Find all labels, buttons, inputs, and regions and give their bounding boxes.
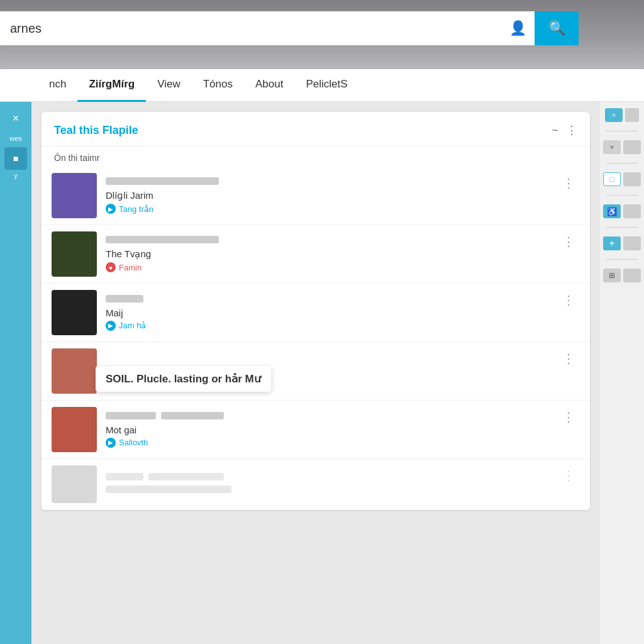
card-more-button[interactable]: ⋮ (566, 123, 577, 137)
tag-icon-blue: ▶ (106, 204, 116, 214)
right-icon-btn-5[interactable]: □ (603, 172, 621, 186)
item-more-button[interactable]: ⋮ (557, 173, 580, 193)
item-more-button[interactable]: ⋮ (557, 348, 580, 369)
more-vert-icon: ⋮ (562, 235, 575, 248)
right-icon-btn-6[interactable] (623, 172, 641, 186)
right-icon-btn-8[interactable] (623, 236, 641, 250)
more-vert-icon: ⋮ (562, 410, 575, 424)
card-header: Teal this Flapile ~ ⋮ (42, 112, 590, 147)
item-meta-blurred (106, 236, 219, 243)
right-icon-pair: ♿ (603, 204, 641, 218)
sidebar-section-wes: wes (9, 135, 22, 142)
item-name: Maij (106, 308, 548, 318)
item-tag: ● Famin (106, 262, 548, 272)
search-icon: 🔍 (548, 20, 565, 36)
item-info: Mot gai ▶ Sallovth (106, 412, 548, 448)
item-info (106, 473, 548, 496)
right-icon-btn-add[interactable]: + (603, 236, 621, 250)
right-icon-group-5: + (603, 236, 641, 250)
more-vert-icon: ⋮ (562, 176, 575, 190)
sidebar-item-icon-blue[interactable]: ■ (4, 147, 27, 170)
right-icon-pair: + (603, 236, 641, 250)
item-info: SOIL. Plucle. lasting or hảr Mư (106, 366, 548, 376)
right-separator (606, 195, 638, 196)
sidebar-close-button[interactable]: × (3, 107, 28, 130)
tab-tónos[interactable]: Tónos (192, 69, 244, 102)
search-input[interactable] (10, 21, 491, 36)
right-separator (606, 163, 638, 164)
list-item[interactable]: SOIL. Plucle. lasting or hảr Mư ⋮ (42, 342, 590, 401)
tag-icon-blue: ▶ (106, 438, 116, 448)
item-name: Mot gai (106, 425, 548, 435)
right-icon-btn-9[interactable] (623, 269, 641, 282)
tab-about[interactable]: About (244, 69, 294, 102)
right-icon-group-2: ≡ (603, 140, 641, 154)
card-header-actions: ~ ⋮ (552, 123, 577, 137)
item-meta-blurred (106, 486, 231, 493)
item-name: The Tvạng (106, 248, 548, 260)
sidebar-label-wes[interactable]: wes (9, 135, 22, 142)
item-tag: ▶ Jam hả (106, 321, 548, 331)
right-icon-btn-2[interactable] (625, 108, 639, 122)
search-input-wrap[interactable] (0, 11, 501, 45)
right-icon-pair: ⊞ (603, 269, 641, 282)
collapse-icon: ~ (552, 124, 558, 136)
item-name: Dlíɡli Jarim (106, 190, 548, 201)
header-icons: 👤 🔍 (501, 11, 579, 45)
item-meta-blurred (106, 177, 219, 185)
item-meta-blurred (148, 473, 224, 480)
item-tag: ▶ Tang trắn (106, 204, 548, 214)
right-icon-group-3: □ (603, 172, 641, 186)
item-more-button[interactable]: ⋮ (557, 407, 580, 427)
right-icon-btn-3[interactable]: ≡ (603, 140, 621, 154)
item-meta-blurred (106, 412, 156, 419)
right-icon-group-1: ≡ (605, 108, 639, 122)
left-sidebar: × wes ■ y (0, 102, 31, 644)
right-icon-btn-accessibility[interactable]: ♿ (603, 204, 621, 218)
item-more-button[interactable]: ⋮ (557, 290, 580, 310)
right-icon-pair: □ (603, 172, 641, 186)
nav-tabs: nch ZiírgMírg View Tónos About PelicletS (0, 69, 644, 102)
right-icon-pair: ≡ (603, 140, 641, 154)
item-meta-blurred (106, 473, 143, 480)
list-item[interactable]: Maij ▶ Jam hả ⋮ (42, 284, 590, 342)
item-tag: ▶ Sallovth (106, 438, 548, 448)
item-thumbnail (52, 465, 97, 503)
person-icon-button[interactable]: 👤 (501, 11, 535, 45)
right-icon-btn-4[interactable] (623, 140, 641, 154)
close-icon: × (13, 112, 19, 125)
sidebar-section-y: ■ y (4, 147, 27, 179)
list-item[interactable]: Dlíɡli Jarim ▶ Tang trắn ⋮ (42, 167, 590, 225)
more-vert-icon: ⋮ (562, 352, 575, 365)
tag-label: Tang trắn (119, 204, 153, 214)
tag-label: Famin (119, 263, 142, 272)
main-layout: × wes ■ y Teal this Flapile ~ ⋮ (0, 102, 644, 644)
item-thumbnail (52, 231, 97, 277)
more-vert-icon: ⋮ (562, 469, 575, 482)
sidebar-label-y[interactable]: y (14, 172, 18, 179)
section-label: Ôn thi taimr (42, 147, 590, 167)
item-info: Maij ▶ Jam hả (106, 295, 548, 331)
item-meta-blurred (161, 412, 224, 419)
content-area: Teal this Flapile ~ ⋮ Ôn thi taimr Dlíɡ (31, 102, 600, 644)
right-icon-group-4: ♿ (603, 204, 641, 218)
right-icon-btn-grid[interactable]: ⊞ (603, 269, 621, 282)
item-more-button[interactable]: ⋮ (557, 465, 580, 486)
right-separator (606, 259, 638, 260)
right-separator (606, 227, 638, 228)
right-icon-btn-1[interactable]: ≡ (605, 108, 623, 122)
list-item[interactable]: The Tvạng ● Famin ⋮ (42, 225, 590, 284)
card-collapse-button[interactable]: ~ (552, 124, 558, 137)
search-icon-button[interactable]: 🔍 (535, 11, 579, 45)
tab-nch[interactable]: nch (38, 69, 77, 102)
tab-view[interactable]: View (146, 69, 192, 102)
right-icon-btn-7[interactable] (623, 204, 641, 218)
list-item[interactable]: ⋮ (42, 459, 590, 510)
person-icon: 👤 (509, 20, 526, 36)
list-item[interactable]: Mot gai ▶ Sallovth ⋮ (42, 401, 590, 459)
tab-peliclets[interactable]: PelicletS (294, 69, 358, 102)
item-more-button[interactable]: ⋮ (557, 231, 580, 252)
item-thumbnail (52, 173, 97, 218)
tooltip-box: SOIL. Plucle. lasting or hảr Mư (96, 366, 271, 392)
tab-ziírgmírg[interactable]: ZiírgMírg (77, 69, 146, 102)
